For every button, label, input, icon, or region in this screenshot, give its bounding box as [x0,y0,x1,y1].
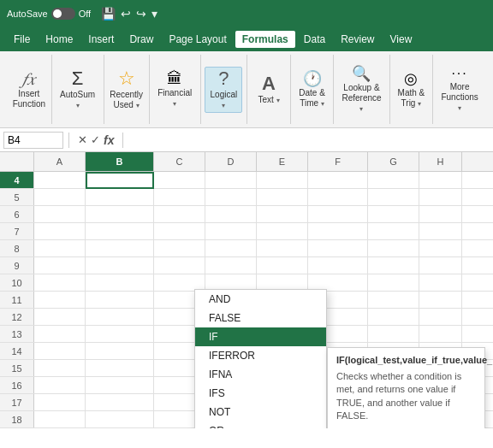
cell-e4[interactable] [257,172,308,189]
cell-c9[interactable] [154,257,205,274]
cell-e6[interactable] [257,206,308,223]
cell-c5[interactable] [154,189,205,206]
cell-g9[interactable] [368,257,419,274]
cell-h6[interactable] [419,206,462,223]
cell-d5[interactable] [205,189,257,206]
row-header-9[interactable]: 9 [0,257,34,274]
row-header-11[interactable]: 11 [0,292,34,308]
dropdown-item-or[interactable]: OR [195,421,326,428]
cell-a17[interactable] [34,394,86,411]
menu-pagelayout[interactable]: Page Layout [162,31,233,48]
cell-b11[interactable] [86,292,154,309]
cell-g10[interactable] [368,274,419,292]
col-header-d[interactable]: D [205,152,257,171]
cell-a18[interactable] [34,411,86,428]
confirm-icon[interactable]: ✓ [91,133,100,146]
cell-f6[interactable] [308,206,368,223]
col-header-h[interactable]: H [419,152,462,171]
dropdown-item-iferror[interactable]: IFERROR [195,346,326,365]
cell-f9[interactable] [308,257,368,274]
cell-h12[interactable] [419,309,462,326]
cell-a8[interactable] [34,240,86,257]
row-header-7[interactable]: 7 [0,223,34,239]
col-header-c[interactable]: C [154,152,205,171]
dropdown-item-ifna[interactable]: IFNA [195,365,326,384]
cell-a10[interactable] [34,274,86,292]
cell-e9[interactable] [257,257,308,274]
cell-g6[interactable] [368,206,419,223]
cell-h10[interactable] [419,274,462,292]
cell-b5[interactable] [86,189,154,206]
cell-d6[interactable] [205,206,257,223]
formula-input[interactable] [128,134,490,146]
menu-data[interactable]: Data [297,31,332,48]
math-button[interactable]: ◎ Math &Trig ▾ [392,69,430,110]
menu-formulas[interactable]: Formulas [235,31,295,48]
row-header-12[interactable]: 12 [0,309,34,325]
cell-b4[interactable] [86,172,154,189]
row-header-10[interactable]: 10 [0,274,34,291]
financial-button[interactable]: 🏛 Financial ▾ [154,69,195,110]
fx-formula-icon[interactable]: fx [104,133,114,147]
menu-review[interactable]: Review [334,31,381,48]
cell-f4[interactable] [308,172,368,189]
save-icon[interactable]: 💾 [101,7,116,21]
row-header-6[interactable]: 6 [0,206,34,222]
col-header-f[interactable]: F [308,152,368,171]
cell-a16[interactable] [34,377,86,394]
undo-icon[interactable]: ↩ [121,7,131,21]
menu-file[interactable]: File [7,31,37,48]
row-header-16[interactable]: 16 [0,377,34,393]
row-header-14[interactable]: 14 [0,343,34,359]
more-icon[interactable]: ▾ [151,7,157,21]
cell-h11[interactable] [419,292,462,309]
dropdown-item-and[interactable]: AND [195,290,326,309]
cell-h13[interactable] [419,326,462,343]
cell-a12[interactable] [34,309,86,326]
cell-g11[interactable] [368,292,419,309]
name-box[interactable] [3,132,63,149]
cell-a4[interactable] [34,172,86,189]
recently-used-button[interactable]: ☆ RecentlyUsed ▾ [106,68,146,112]
cell-d8[interactable] [205,240,257,257]
row-header-8[interactable]: 8 [0,240,34,256]
cell-b15[interactable] [86,360,154,377]
cell-e5[interactable] [257,189,308,206]
menu-view[interactable]: View [383,31,419,48]
cell-h5[interactable] [419,189,462,206]
menu-draw[interactable]: Draw [122,31,160,48]
more-functions-button[interactable]: ··· MoreFunctions ▾ [437,65,481,115]
cell-f5[interactable] [308,189,368,206]
cell-a11[interactable] [34,292,86,309]
cell-d7[interactable] [205,223,257,240]
row-header-18[interactable]: 18 [0,411,34,427]
dropdown-item-false[interactable]: FALSE [195,309,326,327]
cell-e8[interactable] [257,240,308,257]
cell-b12[interactable] [86,309,154,326]
row-header-15[interactable]: 15 [0,360,34,376]
cell-h7[interactable] [419,223,462,240]
col-header-a[interactable]: A [34,152,86,171]
cell-g8[interactable] [368,240,419,257]
insert-function-button[interactable]: 𝑓𝑥 InsertFunction [9,68,49,111]
cell-b17[interactable] [86,394,154,411]
cell-c6[interactable] [154,206,205,223]
cell-h9[interactable] [419,257,462,274]
cell-g12[interactable] [368,309,419,326]
cell-b10[interactable] [86,274,154,292]
cell-b6[interactable] [86,206,154,223]
datetime-button[interactable]: 🕐 Date &Time ▾ [294,69,331,110]
cell-b7[interactable] [86,223,154,240]
col-header-e[interactable]: E [257,152,308,171]
menu-insert[interactable]: Insert [81,31,121,48]
cell-a6[interactable] [34,206,86,223]
cell-h4[interactable] [419,172,462,189]
cell-g13[interactable] [368,326,419,343]
cell-d4[interactable] [205,172,257,189]
dropdown-item-ifs[interactable]: IFS [195,384,326,403]
text-button[interactable]: A Text ▾ [250,73,288,107]
cell-a13[interactable] [34,326,86,343]
cell-c8[interactable] [154,240,205,257]
cell-d9[interactable] [205,257,257,274]
logical-button[interactable]: ? Logical ▾ [205,67,242,113]
